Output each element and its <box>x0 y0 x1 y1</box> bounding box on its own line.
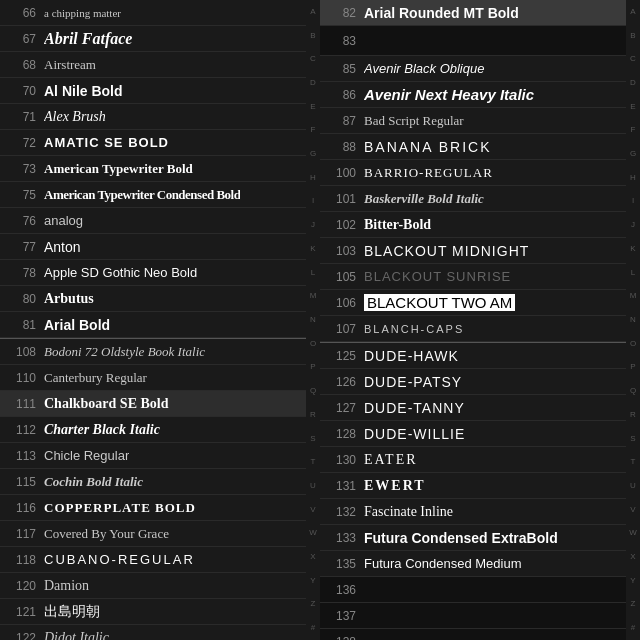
list-item[interactable]: 68Airstream <box>0 52 320 78</box>
list-item[interactable]: 77Anton <box>0 234 320 260</box>
alpha-letter[interactable]: O <box>630 340 636 348</box>
alpha-letter[interactable]: L <box>311 269 315 277</box>
alpha-letter[interactable]: W <box>629 529 637 537</box>
alpha-letter[interactable]: B <box>310 32 315 40</box>
list-item[interactable]: 72AMATIC SE BOLD <box>0 130 320 156</box>
alpha-letter[interactable]: Y <box>310 577 315 585</box>
list-item[interactable]: 131EWERT <box>320 473 640 499</box>
alpha-letter[interactable]: C <box>310 55 316 63</box>
alpha-letter[interactable]: Z <box>631 600 636 608</box>
list-item[interactable]: 105BLACKOUT SUNRISE <box>320 264 640 290</box>
alpha-letter[interactable]: B <box>630 32 635 40</box>
list-item[interactable]: 120Damion <box>0 573 320 599</box>
alpha-letter[interactable]: X <box>310 553 315 561</box>
list-item[interactable]: 135Futura Condensed Medium <box>320 551 640 577</box>
alpha-letter[interactable]: F <box>631 126 636 134</box>
list-item[interactable]: 128DUDE-WILLIE <box>320 421 640 447</box>
list-item[interactable]: 112Charter Black Italic <box>0 417 320 443</box>
list-item[interactable]: 83 <box>320 26 640 56</box>
list-item[interactable]: 121出島明朝 <box>0 599 320 625</box>
alpha-letter[interactable]: D <box>630 79 636 87</box>
alpha-letter[interactable]: K <box>310 245 315 253</box>
list-item[interactable]: 100BARRIO-REGULAR <box>320 160 640 186</box>
left-alpha-sidebar[interactable]: ABCDEFGHIJKLMNOPQRSTUVWXYZ# <box>306 0 320 640</box>
alpha-letter[interactable]: V <box>310 506 315 514</box>
alpha-letter[interactable]: S <box>310 435 315 443</box>
list-item[interactable]: 126DUDE-PATSY <box>320 369 640 395</box>
alpha-letter[interactable]: U <box>310 482 316 490</box>
alpha-letter[interactable]: T <box>311 458 316 466</box>
list-item[interactable]: 85Avenir Black Oblique <box>320 56 640 82</box>
list-item[interactable]: 66a chipping matter <box>0 0 320 26</box>
list-item[interactable]: 116COPPERPLATE BOLD <box>0 495 320 521</box>
alpha-letter[interactable]: G <box>630 150 636 158</box>
alpha-letter[interactable]: N <box>630 316 636 324</box>
list-item[interactable]: 117Covered By Your Grace <box>0 521 320 547</box>
list-item[interactable]: 115Cochin Bold Italic <box>0 469 320 495</box>
list-item[interactable]: 87Bad Script Regular <box>320 108 640 134</box>
alpha-letter[interactable]: Q <box>630 387 636 395</box>
list-item[interactable]: 130EATER <box>320 447 640 473</box>
list-item[interactable]: 138 <box>320 629 640 640</box>
alpha-letter[interactable]: # <box>631 624 635 632</box>
alpha-letter[interactable]: D <box>310 79 316 87</box>
alpha-letter[interactable]: Q <box>310 387 316 395</box>
alpha-letter[interactable]: J <box>311 221 315 229</box>
alpha-letter[interactable]: R <box>630 411 636 419</box>
alpha-letter[interactable]: J <box>631 221 635 229</box>
alpha-letter[interactable]: K <box>630 245 635 253</box>
list-item[interactable]: 88BANANA BRICK <box>320 134 640 160</box>
list-item[interactable]: 86Avenir Next Heavy Italic <box>320 82 640 108</box>
alpha-letter[interactable]: A <box>310 8 315 16</box>
list-item[interactable]: 75American Typewriter Condensed Bold <box>0 182 320 208</box>
list-item[interactable]: 106BLACKOUT TWO AM <box>320 290 640 316</box>
list-item[interactable]: 125DUDE-HAWK <box>320 343 640 369</box>
list-item[interactable]: 67Abril Fatface <box>0 26 320 52</box>
list-item[interactable]: 132Fascinate Inline <box>320 499 640 525</box>
alpha-letter[interactable]: R <box>310 411 316 419</box>
list-item[interactable]: 118CUBANO-REGULAR <box>0 547 320 573</box>
alpha-letter[interactable]: Z <box>311 600 316 608</box>
alpha-letter[interactable]: M <box>630 292 637 300</box>
alpha-letter[interactable]: E <box>310 103 315 111</box>
alpha-letter[interactable]: T <box>631 458 636 466</box>
list-item[interactable]: 108Bodoni 72 Oldstyle Book Italic <box>0 339 320 365</box>
alpha-letter[interactable]: W <box>309 529 317 537</box>
list-item[interactable]: 82Arial Rounded MT Bold <box>320 0 640 26</box>
right-alpha-sidebar[interactable]: ABCDEFGHIJKLMNOPQRSTUVWXYZ# <box>626 0 640 640</box>
alpha-letter[interactable]: Y <box>630 577 635 585</box>
list-item[interactable]: 103BLACKOUT MIDNIGHT <box>320 238 640 264</box>
alpha-letter[interactable]: S <box>630 435 635 443</box>
list-item[interactable]: 70Al Nile Bold <box>0 78 320 104</box>
list-item[interactable]: 113Chicle Regular <box>0 443 320 469</box>
alpha-letter[interactable]: O <box>310 340 316 348</box>
alpha-letter[interactable]: X <box>630 553 635 561</box>
alpha-letter[interactable]: I <box>632 197 634 205</box>
list-item[interactable]: 76analog <box>0 208 320 234</box>
list-item[interactable]: 110Canterbury Regular <box>0 365 320 391</box>
alpha-letter[interactable]: G <box>310 150 316 158</box>
list-item[interactable]: 78Apple SD Gothic Neo Bold <box>0 260 320 286</box>
alpha-letter[interactable]: L <box>631 269 635 277</box>
list-item[interactable]: 102Bitter-Bold <box>320 212 640 238</box>
alpha-letter[interactable]: V <box>630 506 635 514</box>
list-item[interactable]: 137 <box>320 603 640 629</box>
alpha-letter[interactable]: P <box>310 363 315 371</box>
alpha-letter[interactable]: U <box>630 482 636 490</box>
alpha-letter[interactable]: H <box>310 174 316 182</box>
alpha-letter[interactable]: P <box>630 363 635 371</box>
alpha-letter[interactable]: A <box>630 8 635 16</box>
list-item[interactable]: 101Baskerville Bold Italic <box>320 186 640 212</box>
list-item[interactable]: 80Arbutus <box>0 286 320 312</box>
alpha-letter[interactable]: E <box>630 103 635 111</box>
alpha-letter[interactable]: # <box>311 624 315 632</box>
list-item[interactable]: 122Didot Italic <box>0 625 320 640</box>
list-item[interactable]: 136 <box>320 577 640 603</box>
alpha-letter[interactable]: H <box>630 174 636 182</box>
alpha-letter[interactable]: M <box>310 292 317 300</box>
list-item[interactable]: 127DUDE-TANNY <box>320 395 640 421</box>
alpha-letter[interactable]: N <box>310 316 316 324</box>
alpha-letter[interactable]: F <box>311 126 316 134</box>
alpha-letter[interactable]: I <box>312 197 314 205</box>
list-item[interactable]: 107BLANCH-CAPS <box>320 316 640 342</box>
